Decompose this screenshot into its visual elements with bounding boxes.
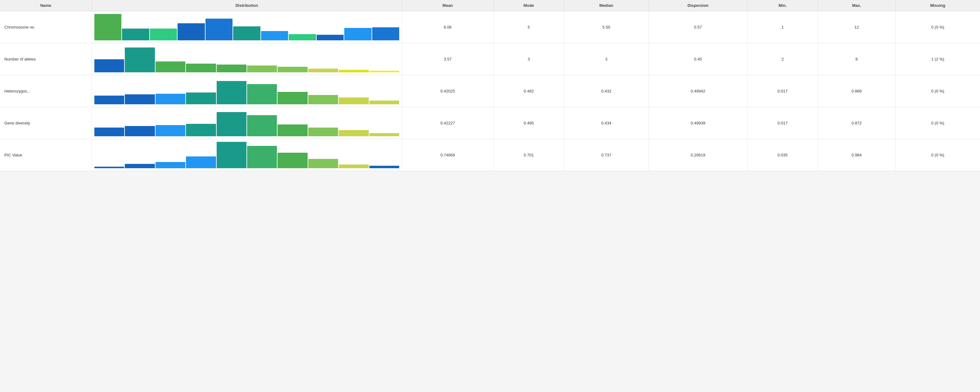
- bar-7: [308, 128, 338, 136]
- cell-missing: 0 (0 %): [895, 107, 980, 139]
- cell-dispersion: 0.20619: [649, 139, 747, 171]
- col-header-min: Min.: [747, 0, 818, 11]
- cell-name: PIC Value: [0, 139, 92, 171]
- bar-9: [369, 100, 399, 104]
- cell-dispersion: 0.45: [649, 43, 747, 75]
- bar-4: [217, 81, 247, 104]
- bar-3: [186, 63, 216, 72]
- cell-mode: 0.482: [493, 75, 564, 107]
- cell-max: 12: [818, 11, 896, 43]
- cell-distribution: [92, 139, 402, 171]
- col-header-mode: Mode: [493, 0, 564, 11]
- cell-max: 0.984: [818, 139, 896, 171]
- cell-min: 0.017: [747, 107, 818, 139]
- cell-mean: 0.42025: [402, 75, 493, 107]
- cell-missing: 0 (0 %): [895, 11, 980, 43]
- table-row: PIC Value0.746690.7010.7370.206190.0350.…: [0, 139, 980, 171]
- cell-mode: 0.701: [493, 139, 564, 171]
- bar-9: [369, 166, 399, 168]
- bar-3: [186, 156, 216, 168]
- table-row: Chromosome no.6.0655.500.571120 (0 %): [0, 11, 980, 43]
- cell-median: 0.737: [564, 139, 649, 171]
- bar-0: [94, 167, 124, 168]
- bar-1: [125, 164, 154, 168]
- bar-4: [205, 19, 232, 40]
- bar-9: [369, 133, 399, 136]
- bar-0: [94, 14, 121, 40]
- bar-6: [261, 31, 288, 40]
- bar-7: [289, 34, 316, 40]
- col-header-median: Median: [564, 0, 649, 11]
- bar-10: [372, 27, 399, 40]
- cell-max: 8: [818, 43, 896, 75]
- bar-5: [247, 65, 277, 72]
- cell-mean: 3.57: [402, 43, 493, 75]
- bar-5: [247, 84, 277, 104]
- bar-2: [156, 94, 185, 104]
- table-row: Heterozygos...0.420250.4820.4320.499420.…: [0, 75, 980, 107]
- bar-7: [308, 159, 338, 168]
- cell-mean: 6.06: [402, 11, 493, 43]
- cell-max: 0.868: [818, 75, 896, 107]
- cell-distribution: [92, 11, 402, 43]
- cell-min: 2: [747, 43, 818, 75]
- bar-2: [156, 62, 185, 72]
- table-row: Number of alleles3.57330.45281 (2 %): [0, 43, 980, 75]
- bar-5: [247, 115, 277, 136]
- bar-2: [156, 162, 185, 168]
- bar-1: [125, 48, 154, 72]
- bar-chart: [94, 109, 399, 137]
- bar-chart: [94, 13, 399, 41]
- col-header-dispersion: Dispersion: [649, 0, 747, 11]
- bar-chart: [94, 77, 399, 105]
- cell-distribution: [92, 43, 402, 75]
- cell-min: 1: [747, 11, 818, 43]
- bar-6: [277, 67, 307, 72]
- col-header-max: Max.: [818, 0, 896, 11]
- cell-distribution: [92, 107, 402, 139]
- bar-chart: [94, 45, 399, 73]
- statistics-table: Name Distribution Mean Mode Median Dispe…: [0, 0, 980, 171]
- cell-name: Heterozygos...: [0, 75, 92, 107]
- bar-0: [94, 128, 124, 136]
- bar-8: [339, 70, 369, 72]
- cell-name: Number of alleles: [0, 43, 92, 75]
- cell-median: 0.432: [564, 75, 649, 107]
- bar-9: [369, 71, 399, 72]
- bar-7: [308, 68, 338, 72]
- bar-chart: [94, 141, 399, 169]
- bar-8: [339, 130, 369, 136]
- cell-name: Chromosome no.: [0, 11, 92, 43]
- bar-0: [94, 59, 124, 72]
- cell-mode: 0.485: [493, 107, 564, 139]
- main-table-container: Name Distribution Mean Mode Median Dispe…: [0, 0, 980, 171]
- table-row: Gene diversity0.422270.4850.4340.499390.…: [0, 107, 980, 139]
- col-header-missing: Missing: [895, 0, 980, 11]
- cell-median: 3: [564, 43, 649, 75]
- bar-2: [156, 125, 185, 136]
- cell-missing: 0 (0 %): [895, 139, 980, 171]
- cell-mode: 3: [493, 43, 564, 75]
- bar-1: [122, 29, 149, 40]
- cell-dispersion: 0.49942: [649, 75, 747, 107]
- cell-min: 0.035: [747, 139, 818, 171]
- bar-4: [217, 65, 247, 72]
- bar-4: [217, 142, 247, 168]
- bar-2: [150, 29, 177, 40]
- cell-min: 0.017: [747, 75, 818, 107]
- bar-3: [186, 92, 216, 104]
- bar-4: [217, 112, 247, 136]
- bar-3: [178, 23, 205, 40]
- cell-dispersion: 0.49939: [649, 107, 747, 139]
- cell-name: Gene diversity: [0, 107, 92, 139]
- bar-6: [277, 153, 307, 168]
- bar-7: [308, 95, 338, 104]
- cell-distribution: [92, 75, 402, 107]
- bar-8: [339, 97, 369, 104]
- table-header-row: Name Distribution Mean Mode Median Dispe…: [0, 0, 980, 11]
- col-header-distribution: Distribution: [92, 0, 402, 11]
- cell-median: 0.434: [564, 107, 649, 139]
- cell-median: 5.50: [564, 11, 649, 43]
- cell-mean: 0.74669: [402, 139, 493, 171]
- bar-9: [344, 28, 371, 40]
